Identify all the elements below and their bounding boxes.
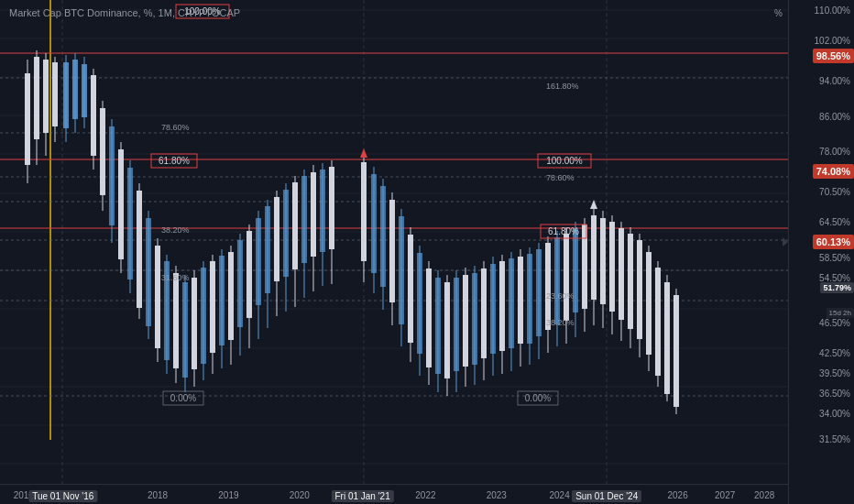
svg-rect-140 (554, 237, 560, 324)
price-label-425: 42.50% (819, 348, 850, 358)
svg-text:61.80%: 61.80% (548, 226, 579, 236)
svg-rect-75 (237, 240, 243, 327)
time-label-2024: 2024 (549, 490, 569, 500)
price-badge-9856: 98.56% (813, 49, 854, 63)
time-badge-jan21: Fri 01 Jan '21 (331, 490, 393, 502)
svg-rect-128 (499, 261, 505, 351)
svg-rect-65 (192, 278, 197, 369)
svg-rect-95 (329, 167, 334, 249)
svg-text:23.60%: 23.60% (546, 291, 575, 301)
svg-rect-102 (380, 186, 386, 287)
price-label-395: 39.50% (819, 368, 850, 378)
svg-rect-104 (389, 200, 395, 302)
time-badge-nov16: Tue 01 Nov '16 (28, 490, 97, 502)
svg-text:78.60%: 78.60% (161, 123, 190, 132)
svg-rect-85 (283, 190, 289, 277)
svg-rect-41 (82, 64, 87, 117)
price-badge-7408: 74.08% (813, 164, 854, 179)
svg-rect-71 (219, 256, 224, 345)
svg-rect-114 (435, 278, 441, 374)
svg-rect-130 (509, 258, 514, 348)
price-label-94: 94.00% (819, 76, 850, 86)
svg-rect-39 (72, 60, 78, 119)
time-label-2028: 2028 (754, 490, 774, 500)
price-label-315: 31.50% (819, 433, 850, 444)
price-label-705: 70.50% (819, 187, 850, 197)
time-label-2027: 2027 (715, 490, 735, 500)
svg-rect-93 (320, 170, 325, 252)
price-label-78: 78.00% (819, 147, 850, 157)
price-label-645: 64.50% (819, 217, 850, 227)
svg-text:100.00%: 100.00% (546, 156, 583, 166)
svg-rect-155 (619, 228, 624, 320)
time-axis: 2016 Tue 01 Nov '16 2018 2019 2020 Fri 0… (0, 484, 788, 504)
svg-text:%: % (774, 8, 783, 18)
svg-rect-35 (52, 62, 58, 126)
svg-rect-100 (371, 174, 377, 273)
price-label-102: 102.00% (815, 36, 850, 46)
price-label-110: 110.00% (815, 5, 850, 16)
time-badge-dec24: Sun 01 Dec '24 (572, 490, 641, 502)
price-arrow-marker (783, 237, 788, 247)
svg-rect-33 (43, 60, 49, 133)
svg-rect-122 (472, 273, 477, 365)
time-label-2020: 2020 (290, 490, 310, 500)
svg-rect-97 (361, 162, 367, 261)
svg-rect-29 (25, 73, 30, 165)
price-label-465: 46.50% (819, 318, 850, 328)
svg-marker-149 (590, 200, 597, 209)
price-label-34: 34.00% (819, 409, 850, 419)
svg-rect-118 (454, 278, 459, 371)
chart-container: Market Cap BTC Dominance, %, 1M, CRYPTOC… (0, 0, 854, 504)
svg-rect-106 (399, 216, 404, 324)
price-badge-6013: 60.13% (813, 235, 854, 249)
svg-rect-126 (490, 264, 496, 354)
svg-rect-63 (182, 282, 188, 378)
svg-rect-151 (600, 218, 606, 304)
svg-rect-120 (463, 275, 468, 367)
svg-rect-159 (637, 240, 642, 339)
svg-marker-98 (360, 148, 367, 158)
svg-text:38.20%: 38.20% (546, 318, 575, 327)
svg-text:0.00%: 0.00% (170, 393, 196, 403)
svg-rect-153 (609, 222, 615, 312)
svg-text:61.80%: 61.80% (159, 156, 190, 166)
svg-rect-77 (246, 231, 252, 318)
svg-rect-136 (536, 249, 542, 336)
svg-rect-57 (155, 246, 160, 348)
svg-text:161.80%: 161.80% (546, 82, 579, 91)
svg-rect-108 (408, 235, 413, 343)
time-badge-15d: 15d 2h (827, 308, 854, 318)
svg-text:31.60%: 31.60% (161, 273, 190, 282)
svg-rect-61 (173, 273, 179, 368)
svg-rect-55 (146, 218, 151, 326)
svg-rect-167 (673, 295, 679, 407)
price-label-545: 54.50% (819, 272, 850, 282)
svg-rect-161 (646, 252, 651, 355)
svg-text:0.00%: 0.00% (525, 393, 551, 403)
svg-rect-53 (137, 191, 142, 308)
price-label-585: 58.50% (819, 252, 850, 262)
svg-rect-31 (34, 57, 39, 139)
svg-rect-79 (256, 218, 261, 305)
main-chart-svg: 100.00% 61.80% 100.00% 61.80% 0.00% 0.00… (0, 0, 788, 484)
svg-rect-132 (518, 257, 523, 344)
svg-rect-134 (527, 254, 532, 344)
svg-rect-116 (444, 282, 450, 378)
svg-rect-112 (426, 268, 432, 367)
time-label-2018: 2018 (148, 490, 168, 500)
svg-text:78.60%: 78.60% (546, 173, 575, 182)
svg-rect-49 (118, 149, 124, 259)
time-label-2026: 2026 (667, 490, 687, 500)
chart-title: Market Cap BTC Dominance, %, 1M, CRYPTOC… (9, 7, 240, 18)
price-axis: 110.00% 102.00% 98.56% 94.00% 86.00% 78.… (788, 0, 854, 504)
svg-rect-81 (265, 206, 270, 293)
time-label-2022: 2022 (415, 490, 435, 500)
time-label-2019: 2019 (218, 490, 238, 500)
svg-rect-142 (564, 234, 569, 321)
svg-rect-47 (109, 126, 115, 225)
svg-rect-110 (417, 253, 422, 354)
svg-rect-124 (481, 268, 487, 358)
svg-rect-83 (274, 197, 279, 281)
price-label-86: 86.00% (819, 111, 850, 121)
